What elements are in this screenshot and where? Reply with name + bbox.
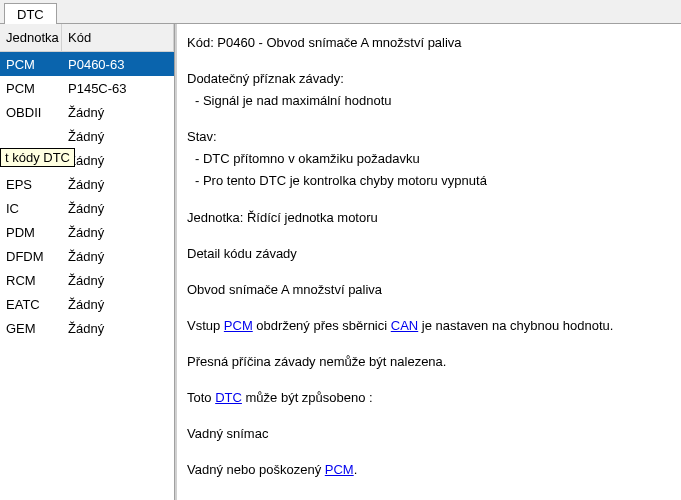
cell-unit: GEM bbox=[0, 321, 62, 336]
table-row[interactable]: GEMŽádný bbox=[0, 316, 174, 340]
col-header-code[interactable]: Kód bbox=[62, 24, 174, 51]
detail-pane: Kód: P0460 - Obvod snímače A množství pa… bbox=[175, 24, 681, 500]
cell-unit: OBDII bbox=[0, 105, 62, 120]
cell-unit: EPS bbox=[0, 177, 62, 192]
tooltip: t kódy DTC bbox=[0, 148, 75, 167]
circuit-line: Obvod snímače A množství paliva bbox=[187, 279, 671, 301]
cell-code: P145C-63 bbox=[62, 81, 174, 96]
table-row[interactable]: EATCŽádný bbox=[0, 292, 174, 316]
cell-code: Žádný bbox=[62, 249, 174, 264]
text: Vstup bbox=[187, 318, 224, 333]
link-pcm[interactable]: PCM bbox=[224, 318, 253, 333]
cell-code: Žádný bbox=[62, 153, 174, 168]
link-can[interactable]: CAN bbox=[391, 318, 418, 333]
text: . bbox=[354, 462, 358, 477]
text: může být způsobeno : bbox=[242, 390, 373, 405]
text: obdržený přes sběrnici bbox=[253, 318, 391, 333]
cell-code: P0460-63 bbox=[62, 57, 174, 72]
cause-unknown: Přesná příčina závady nemůže být nalezen… bbox=[187, 351, 671, 373]
cell-unit: PDM bbox=[0, 225, 62, 240]
state-item-1: - DTC přítomno v okamžiku požadavku bbox=[187, 148, 671, 170]
flag-header: Dodatečný příznak závady: bbox=[187, 68, 671, 90]
bad-sensor: Vadný snímac bbox=[187, 423, 671, 445]
cell-unit: PCM bbox=[0, 57, 62, 72]
tab-dtc[interactable]: DTC bbox=[4, 3, 57, 25]
cell-unit: DFDM bbox=[0, 249, 62, 264]
state-block: Stav: - DTC přítomno v okamžiku požadavk… bbox=[187, 126, 671, 192]
cell-unit: RCM bbox=[0, 273, 62, 288]
link-pcm[interactable]: PCM bbox=[325, 462, 354, 477]
col-header-unit[interactable]: Jednotka bbox=[0, 24, 62, 51]
cell-code: Žádný bbox=[62, 105, 174, 120]
text: je nastaven na chybnou hodnotu. bbox=[418, 318, 613, 333]
table-row[interactable]: OBDIIŽádný bbox=[0, 100, 174, 124]
cell-code: Žádný bbox=[62, 201, 174, 216]
link-dtc[interactable]: DTC bbox=[215, 390, 242, 405]
cell-code: Žádný bbox=[62, 129, 174, 144]
state-item-2: - Pro tento DTC je kontrolka chyby motor… bbox=[187, 170, 671, 192]
unit-line: Jednotka: Řídící jednotka motoru bbox=[187, 207, 671, 229]
code-line: Kód: P0460 - Obvod snímače A množství pa… bbox=[187, 32, 671, 54]
table-row[interactable]: PDMŽádný bbox=[0, 220, 174, 244]
detail-header: Detail kódu závady bbox=[187, 243, 671, 265]
cell-code: Žádný bbox=[62, 321, 174, 336]
cell-unit: EATC bbox=[0, 297, 62, 312]
table-row[interactable]: PCMP0460-63 bbox=[0, 52, 174, 76]
cell-code: Žádný bbox=[62, 225, 174, 240]
cell-code: Žádný bbox=[62, 273, 174, 288]
input-line: Vstup PCM obdržený přes sběrnici CAN je … bbox=[187, 315, 671, 337]
table-row[interactable]: EPSŽádný bbox=[0, 172, 174, 196]
text: Toto bbox=[187, 390, 215, 405]
table-row[interactable]: DFDMŽádný bbox=[0, 244, 174, 268]
text: Vadný nebo poškozený bbox=[187, 462, 325, 477]
flag-block: Dodatečný příznak závady: - Signál je na… bbox=[187, 68, 671, 112]
grid-header: Jednotka Kód bbox=[0, 24, 174, 52]
cell-unit: PCM bbox=[0, 81, 62, 96]
table-row[interactable]: ICŽádný bbox=[0, 196, 174, 220]
cause-line: Toto DTC může být způsobeno : bbox=[187, 387, 671, 409]
state-header: Stav: bbox=[187, 126, 671, 148]
grid-body[interactable]: PCMP0460-63PCMP145C-63OBDIIŽádnýŽádnýHCM… bbox=[0, 52, 174, 500]
cell-code: Žádný bbox=[62, 177, 174, 192]
table-row[interactable]: Žádný bbox=[0, 124, 174, 148]
table-row[interactable]: RCMŽádný bbox=[0, 268, 174, 292]
cell-unit: IC bbox=[0, 201, 62, 216]
cell-code: Žádný bbox=[62, 297, 174, 312]
dtc-grid-pane: Jednotka Kód PCMP0460-63PCMP145C-63OBDII… bbox=[0, 24, 175, 500]
tab-strip: DTC bbox=[0, 0, 681, 24]
flag-item: - Signál je nad maximální hodnotu bbox=[187, 90, 671, 112]
bad-pcm: Vadný nebo poškozený PCM. bbox=[187, 459, 671, 481]
main-area: Jednotka Kód PCMP0460-63PCMP145C-63OBDII… bbox=[0, 24, 681, 500]
table-row[interactable]: PCMP145C-63 bbox=[0, 76, 174, 100]
